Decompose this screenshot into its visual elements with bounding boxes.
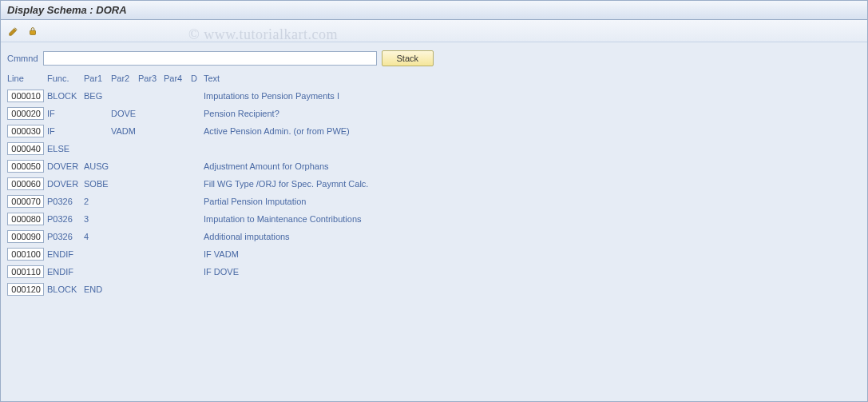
cell-text: Imputations to Pension Payments I [202, 91, 861, 101]
cell-par1: BEG [84, 91, 111, 101]
line-number-input[interactable]: 000070 [7, 195, 44, 208]
header-text: Text [202, 74, 861, 83]
table-row: 000100ENDIFIF VADM [7, 245, 861, 263]
header-par3: Par3 [138, 74, 164, 83]
cell-par2: VADM [111, 126, 138, 136]
command-row: Cmmnd Stack [7, 50, 861, 66]
svg-rect-0 [30, 30, 36, 34]
cell-par2: DOVE [111, 109, 138, 118]
cell-func: ENDIF [47, 249, 84, 259]
cell-func: P0326 [47, 214, 84, 224]
cell-func: BLOCK [47, 285, 84, 294]
cell-text: Adjustment Amount for Orphans [202, 161, 861, 171]
line-number-input[interactable]: 000120 [7, 283, 44, 296]
line-number-input[interactable]: 000010 [7, 90, 44, 102]
grid-header: Line Func. Par1 Par2 Par3 Par4 D Text [7, 70, 861, 87]
header-par1: Par1 [84, 74, 111, 83]
cell-text: IF DOVE [202, 267, 861, 277]
header-par2: Par2 [111, 74, 138, 83]
header-par4: Par4 [164, 74, 191, 83]
cell-par1: AUSG [84, 161, 111, 171]
cell-text: IF VADM [202, 249, 861, 259]
line-number-input[interactable]: 000050 [7, 160, 44, 173]
line-number-input[interactable]: 000090 [7, 230, 44, 243]
cell-func: DOVER [47, 161, 84, 171]
table-row: 000060DOVERSOBEFill WG Type /ORJ for Spe… [7, 175, 861, 193]
line-number-input[interactable]: 000060 [7, 177, 44, 190]
cell-text: Pension Recipient? [202, 109, 861, 118]
line-number-input[interactable]: 000080 [7, 213, 44, 225]
cell-func: ELSE [47, 144, 84, 153]
table-row: 000020IFDOVEPension Recipient? [7, 105, 861, 122]
table-row: 000120BLOCKEND [7, 281, 861, 298]
table-row: 000070P03262Partial Pension Imputation [7, 193, 861, 210]
stack-button[interactable]: Stack [382, 50, 434, 66]
line-number-input[interactable]: 000030 [7, 125, 44, 137]
line-number-input[interactable]: 000020 [7, 107, 44, 120]
table-row: 000110ENDIFIF DOVE [7, 263, 861, 281]
table-row: 000030IFVADMActive Pension Admin. (or fr… [7, 122, 861, 140]
cell-par1: END [84, 285, 111, 294]
cell-text: Fill WG Type /ORJ for Spec. Paymnt Calc. [202, 179, 861, 189]
cell-func: IF [47, 126, 84, 136]
cell-par1: 4 [84, 232, 111, 241]
command-label: Cmmnd [7, 54, 38, 63]
cell-text: Active Pension Admin. (or from PWE) [202, 126, 861, 136]
cell-func: ENDIF [47, 267, 84, 277]
grid-body: 000010BLOCKBEGImputations to Pension Pay… [7, 87, 861, 298]
cell-par1: 3 [84, 214, 111, 224]
cell-text: Imputation to Maintenance Contributions [202, 214, 861, 224]
line-number-input[interactable]: 000100 [7, 248, 44, 261]
table-row: 000040ELSE [7, 140, 861, 157]
cell-par1: 2 [84, 197, 111, 206]
table-row: 000080P03263Imputation to Maintenance Co… [7, 210, 861, 228]
toolbar [1, 20, 867, 42]
line-number-input[interactable]: 000040 [7, 142, 44, 155]
cell-func: IF [47, 109, 84, 118]
table-row: 000010BLOCKBEGImputations to Pension Pay… [7, 87, 861, 105]
cell-func: DOVER [47, 179, 84, 189]
page-title: Display Schema : DORA [1, 1, 867, 20]
cell-text: Partial Pension Imputation [202, 197, 861, 206]
table-row: 000090P03264Additional imputations [7, 228, 861, 245]
cell-func: P0326 [47, 232, 84, 241]
command-input[interactable] [43, 51, 377, 66]
table-row: 000050DOVERAUSGAdjustment Amount for Orp… [7, 157, 861, 175]
cell-func: BLOCK [47, 91, 84, 101]
line-number-input[interactable]: 000110 [7, 265, 44, 278]
edit-icon[interactable] [6, 24, 22, 38]
lock-icon[interactable] [25, 24, 41, 38]
header-d: D [191, 74, 202, 83]
cell-func: P0326 [47, 197, 84, 206]
content-area: Cmmnd Stack Line Func. Par1 Par2 Par3 Pa… [1, 42, 867, 303]
cell-par1: SOBE [84, 179, 111, 189]
header-func: Func. [47, 74, 84, 83]
header-line: Line [7, 74, 47, 83]
cell-text: Additional imputations [202, 232, 861, 241]
